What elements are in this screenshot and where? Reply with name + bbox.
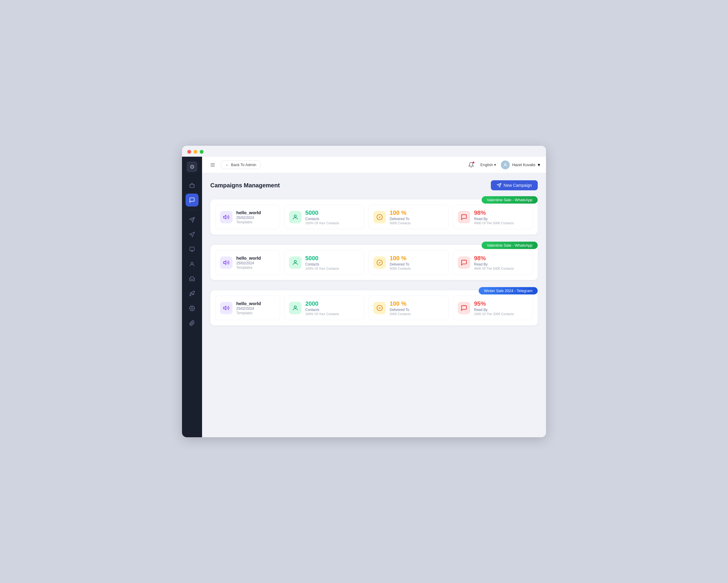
- read-value-2: 98%: [474, 255, 514, 262]
- delivered-stat-1[interactable]: 100 % Delivered To 5000 Contacts: [368, 205, 449, 229]
- campaign-label-1: Valentine Sale - WhatsApp: [482, 196, 538, 204]
- delivered-stat-3[interactable]: 100 % Delivered To 2000 Contacts: [368, 296, 449, 320]
- svg-marker-18: [224, 306, 226, 310]
- delivered-value-2: 100 %: [390, 255, 411, 262]
- svg-point-5: [191, 308, 193, 309]
- delivered-icon-1: [373, 211, 386, 223]
- sidebar-item-chat[interactable]: [185, 194, 199, 206]
- template-date-1: 25/02/2024: [236, 216, 261, 220]
- svg-marker-15: [224, 260, 226, 264]
- template-type-1: Templates: [236, 220, 261, 224]
- campaign-group-1: Valentine Sale - WhatsApp hello_world 25…: [210, 196, 538, 234]
- delivered-sub-3: 2000 Contacts: [390, 312, 411, 316]
- contacts-value-3: 2000: [305, 300, 339, 307]
- contacts-stat-2[interactable]: 5000 Contacts 100% Of Your Contacts: [284, 250, 364, 275]
- read-label-2: Read By: [474, 262, 514, 267]
- app-window: ⊙: [182, 146, 546, 437]
- svg-rect-3: [190, 247, 194, 251]
- template-info-2: hello_world 25/02/2024 Templates: [236, 255, 261, 270]
- sidebar-item-send[interactable]: [185, 213, 199, 226]
- read-sub-3: 1900 Of The 2000 Contacts: [474, 312, 514, 316]
- sidebar-item-inbox[interactable]: [185, 272, 199, 285]
- svg-point-16: [294, 260, 296, 262]
- read-stat-2[interactable]: 98% Read By 4900 Of The 5000 Contacts: [453, 250, 533, 275]
- contacts-value-2: 5000: [305, 255, 339, 262]
- logo-icon: ⊙: [187, 161, 197, 172]
- contacts-value-1: 5000: [305, 209, 339, 216]
- template-info-3: hello_world 25/02/2024 Templates: [236, 301, 261, 315]
- topbar: ← Back To Admin English ▾: [202, 157, 546, 173]
- sidebar-item-message[interactable]: [185, 243, 199, 256]
- contacts-stat-3[interactable]: 2000 Contacts 100% Of Your Contacts: [284, 296, 364, 320]
- sidebar: ⊙: [182, 157, 202, 437]
- template-stat-2[interactable]: hello_world 25/02/2024 Templates: [215, 250, 280, 275]
- template-type-3: Templates: [236, 311, 261, 315]
- contacts-label-3: Contacts: [305, 308, 339, 312]
- delivered-label-3: Delivered To: [390, 308, 411, 312]
- delivered-stat-info-3: 100 % Delivered To 2000 Contacts: [390, 300, 411, 316]
- campaign-label-wrapper-2: Valentine Sale - WhatsApp: [210, 242, 538, 245]
- read-stat-3[interactable]: 95% Read By 1900 Of The 2000 Contacts: [453, 296, 533, 320]
- contacts-label-1: Contacts: [305, 217, 339, 221]
- template-date-3: 25/02/2024: [236, 307, 261, 311]
- delivered-sub-2: 5000 Contacts: [390, 267, 411, 270]
- sidebar-item-paperclip[interactable]: [185, 316, 199, 330]
- template-stat-3[interactable]: hello_world 25/02/2024 Templates: [215, 296, 280, 320]
- template-icon-2: [220, 256, 232, 269]
- new-campaign-label: New Campaign: [503, 183, 532, 188]
- campaign-group-2: Valentine Sale - WhatsApp hello_world 25…: [210, 242, 538, 280]
- sidebar-divider-1: [187, 210, 197, 210]
- read-stat-info-3: 95% Read By 1900 Of The 2000 Contacts: [474, 300, 514, 316]
- template-type-2: Templates: [236, 265, 261, 270]
- delivered-value-1: 100 %: [390, 209, 411, 216]
- sidebar-item-settings[interactable]: [185, 302, 199, 315]
- template-icon-1: [220, 211, 232, 223]
- contacts-stat-info-2: 5000 Contacts 100% Of Your Contacts: [305, 255, 339, 270]
- back-to-admin-button[interactable]: ← Back To Admin: [221, 160, 261, 169]
- contacts-icon-1: [289, 211, 302, 223]
- template-info-1: hello_world 25/02/2024 Templates: [236, 210, 261, 224]
- sidebar-item-megaphone[interactable]: [185, 228, 199, 241]
- delivered-icon-3: [373, 302, 386, 314]
- svg-marker-12: [224, 215, 226, 219]
- title-bar: [182, 146, 546, 157]
- contacts-icon-2: [289, 256, 302, 269]
- template-stat-1[interactable]: hello_world 25/02/2024 Templates: [215, 205, 280, 229]
- sidebar-item-contacts[interactable]: [185, 258, 199, 271]
- read-stat-1[interactable]: 98% Read By 4900 Of The 5000 Contacts: [453, 205, 533, 229]
- read-sub-1: 4900 Of The 5000 Contacts: [474, 221, 514, 225]
- read-label-3: Read By: [474, 308, 514, 312]
- contacts-icon-3: [289, 302, 302, 314]
- contacts-stat-info-3: 2000 Contacts 100% Of Your Contacts: [305, 300, 339, 316]
- campaign-label-wrapper-3: Winter Sale 2024 - Telegram: [210, 287, 538, 290]
- contacts-sub-2: 100% Of Your Contacts: [305, 267, 339, 270]
- language-label: English: [480, 162, 493, 167]
- close-dot[interactable]: [187, 150, 191, 154]
- notifications-button[interactable]: [466, 160, 476, 170]
- campaign-card-3: hello_world 25/02/2024 Templates 2000: [210, 290, 538, 325]
- read-sub-2: 4900 Of The 5000 Contacts: [474, 267, 514, 270]
- delivered-stat-2[interactable]: 100 % Delivered To 5000 Contacts: [368, 250, 449, 275]
- read-label-1: Read By: [474, 217, 514, 221]
- template-name-1: hello_world: [236, 210, 261, 215]
- template-name-3: hello_world: [236, 301, 261, 306]
- page-title: Campaigns Management: [210, 182, 280, 189]
- svg-point-9: [505, 163, 506, 164]
- minimize-dot[interactable]: [193, 150, 197, 154]
- user-menu[interactable]: Hazel Kuvalis ▾: [501, 160, 540, 169]
- new-campaign-button[interactable]: New Campaign: [491, 180, 538, 190]
- delivered-label-2: Delivered To: [390, 262, 411, 267]
- language-selector[interactable]: English ▾: [480, 162, 496, 167]
- sidebar-item-rocket[interactable]: [185, 287, 199, 300]
- read-value-1: 98%: [474, 209, 514, 216]
- user-name: Hazel Kuvalis: [512, 162, 536, 167]
- contacts-stat-1[interactable]: 5000 Contacts 100% Of Your Contacts: [284, 205, 364, 229]
- menu-button[interactable]: [208, 160, 217, 170]
- expand-dot[interactable]: [200, 150, 204, 154]
- delivered-stat-info-1: 100 % Delivered To 5000 Contacts: [390, 209, 411, 225]
- contacts-sub-1: 100% Of Your Contacts: [305, 221, 339, 225]
- svg-point-4: [191, 262, 193, 264]
- sidebar-item-robot[interactable]: [185, 179, 199, 192]
- language-arrow-icon: ▾: [494, 162, 496, 167]
- delivered-stat-info-2: 100 % Delivered To 5000 Contacts: [390, 255, 411, 270]
